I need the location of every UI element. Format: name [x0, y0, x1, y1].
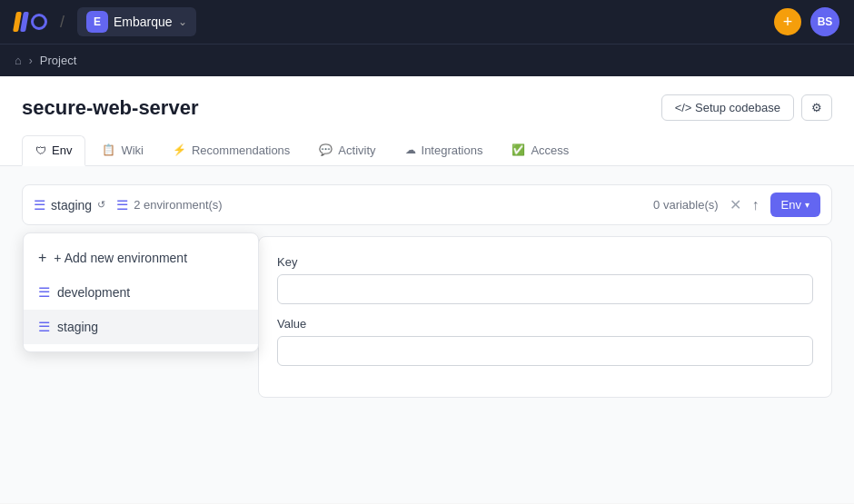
page-title: secure-web-server: [22, 96, 198, 120]
env-selector[interactable]: ☰ staging ↺: [34, 197, 105, 213]
chevron-down-icon: ⌄: [178, 15, 187, 28]
env-staging-label: staging: [57, 320, 98, 334]
workspace-selector[interactable]: E Embarque ⌄: [77, 7, 196, 36]
key-input[interactable]: [277, 274, 813, 304]
tab-recommendations-label: Recommendations: [192, 143, 290, 157]
integrations-icon: ☁: [405, 143, 416, 156]
env-button-label: Env: [781, 198, 801, 212]
upload-button[interactable]: ↑: [752, 197, 760, 213]
env-item-staging[interactable]: ☰ staging: [24, 310, 258, 344]
stack-icon: ☰: [34, 197, 45, 213]
nav-separator: /: [60, 13, 65, 32]
page-header: secure-web-server </> Setup codebase ⚙ 🛡…: [0, 76, 854, 166]
tab-wiki-label: Wiki: [121, 143, 144, 157]
add-button[interactable]: +: [774, 8, 801, 35]
title-actions: </> Setup codebase ⚙: [661, 94, 832, 121]
stack-icon-2: ☰: [116, 197, 128, 213]
logo-o: [31, 14, 47, 30]
logo-slash2: [20, 12, 29, 32]
add-new-environment-item[interactable]: + + Add new environment: [24, 241, 258, 275]
breadcrumb: ⌂ › Project: [0, 44, 854, 76]
top-nav: / E Embarque ⌄ + BS: [0, 0, 854, 44]
page-title-row: secure-web-server </> Setup codebase ⚙: [22, 94, 832, 121]
wiki-icon: 📋: [102, 143, 115, 156]
value-field-group: Value: [277, 317, 813, 366]
tab-integrations[interactable]: ☁ Integrations: [392, 135, 496, 166]
workspace-badge: E: [86, 11, 108, 33]
stack-icon-staging: ☰: [38, 319, 50, 335]
env-development-label: development: [57, 285, 130, 300]
main-area: ☰ staging ↺ ☰ 2 environment(s) 0 variabl…: [0, 166, 854, 503]
environment-count-label: 2 environment(s): [134, 198, 223, 212]
tab-activity-label: Activity: [338, 143, 375, 157]
key-label: Key: [277, 255, 813, 269]
tab-env[interactable]: 🛡 Env: [22, 135, 85, 166]
home-icon[interactable]: ⌂: [15, 54, 22, 67]
key-field-group: Key: [277, 255, 813, 304]
breadcrumb-separator: ›: [29, 54, 33, 67]
value-label: Value: [277, 317, 813, 331]
env-count: ☰ 2 environment(s): [116, 197, 223, 213]
close-button[interactable]: ✕: [730, 196, 741, 213]
tabs: 🛡 Env 📋 Wiki ⚡ Recommendations 💬 Activit…: [22, 135, 832, 165]
value-input[interactable]: [277, 336, 813, 366]
tab-access[interactable]: ✅ Access: [499, 135, 581, 166]
shield-icon: 🛡: [35, 144, 46, 157]
env-bar: ☰ staging ↺ ☰ 2 environment(s) 0 variabl…: [22, 184, 832, 225]
selected-env-name: staging: [51, 198, 92, 212]
tab-integrations-label: Integrations: [422, 143, 483, 157]
avatar: BS: [810, 7, 839, 36]
plus-icon: +: [38, 250, 46, 266]
tab-access-label: Access: [531, 143, 569, 157]
settings-button[interactable]: ⚙: [801, 94, 832, 121]
env-button-chevron-icon: ▾: [805, 200, 809, 210]
add-new-environment-label: + Add new environment: [54, 251, 187, 265]
form-area: Key Value: [258, 236, 832, 398]
tab-activity[interactable]: 💬 Activity: [306, 135, 388, 166]
env-item-development[interactable]: ☰ development: [24, 275, 258, 310]
env-dropdown-button[interactable]: Env ▾: [770, 193, 820, 217]
breadcrumb-project: Project: [40, 54, 76, 67]
tab-wiki[interactable]: 📋 Wiki: [89, 135, 156, 166]
access-icon: ✅: [511, 143, 525, 156]
stack-icon-dev: ☰: [38, 284, 50, 301]
recommendations-icon: ⚡: [173, 143, 186, 156]
logo: [15, 12, 47, 32]
tab-env-label: Env: [52, 143, 72, 157]
env-dropdown-chevron: ↺: [97, 199, 105, 211]
tab-recommendations[interactable]: ⚡ Recommendations: [160, 135, 303, 166]
env-dropdown: + + Add new environment ☰ development ☰ …: [23, 232, 259, 352]
activity-icon: 💬: [319, 143, 333, 156]
variable-count-label: 0 variable(s): [653, 198, 719, 212]
setup-codebase-button[interactable]: </> Setup codebase: [661, 94, 794, 121]
workspace-name: Embarque: [114, 15, 173, 29]
